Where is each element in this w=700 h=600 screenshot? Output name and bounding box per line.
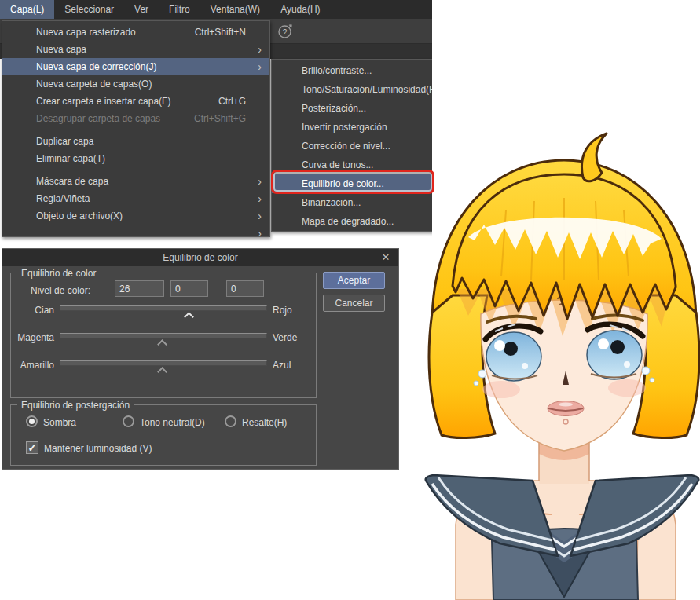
- submenu-item-brillo-contraste[interactable]: Brillo/contraste...: [272, 61, 432, 80]
- magenta-green-slider-track[interactable]: [60, 333, 267, 338]
- cancel-button[interactable]: Cancelar: [323, 295, 385, 312]
- menu-item-regla-vineta[interactable]: Regla/Viñeta ›: [2, 190, 269, 207]
- submenu-arrow-icon: ›: [258, 41, 262, 58]
- radio-tono-neutral[interactable]: [123, 415, 134, 427]
- menubar-item-ver[interactable]: Ver: [124, 0, 159, 19]
- radio-sombra[interactable]: [26, 415, 38, 427]
- slider-thumb-1[interactable]: [159, 341, 167, 349]
- submenu-arrow-icon: ›: [258, 207, 262, 225]
- tone-balance-group: Equilibrio de postergación: [10, 404, 317, 466]
- menu-separator: [7, 130, 265, 130]
- color-level-input-green[interactable]: [170, 280, 208, 297]
- help-icon[interactable]: ?: [277, 23, 294, 40]
- slider-left-label: Amarillo: [9, 360, 54, 371]
- shortcut-label: Ctrl+Shift+N: [195, 24, 246, 41]
- menubar-item-ayuda[interactable]: Ayuda(H): [270, 0, 330, 19]
- yellow-blue-slider-track[interactable]: [60, 360, 267, 366]
- slider-right-label: Rojo: [273, 305, 292, 316]
- menubar: Capa(L) Seleccionar Ver Filtro Ventana(W…: [0, 0, 432, 19]
- checkbox-label: Mantener luminosidad (V): [44, 443, 152, 454]
- radio-label-sombra: Sombra: [43, 417, 76, 428]
- cyan-red-slider-track[interactable]: [60, 305, 267, 311]
- submenu-item-tono-saturacion[interactable]: Tono/Saturación/Luminosidad(H: [272, 80, 432, 99]
- menu-item-nueva-capa[interactable]: Nueva capa ›: [2, 41, 269, 58]
- color-level-input-blue[interactable]: [226, 280, 264, 297]
- toolbar-separator: [273, 21, 273, 42]
- menubar-item-ventana[interactable]: Ventana(W): [200, 0, 270, 19]
- menubar-item-capa[interactable]: Capa(L): [0, 0, 54, 19]
- menubar-item-filtro[interactable]: Filtro: [159, 0, 200, 19]
- radio-label-resalte: Resalte(H): [242, 417, 287, 428]
- menu-item-nueva-carpeta-de-capas[interactable]: Nueva carpeta de capas(O): [2, 75, 269, 93]
- color-balance-dialog: Equilibrio de color ✕ Equilibrio de colo…: [2, 248, 399, 470]
- shortcut-label: Ctrl+G: [218, 93, 246, 110]
- menu-separator: [7, 170, 265, 170]
- dialog-title: Equilibrio de color: [2, 249, 398, 266]
- screenshot-stage: Capa(L) Seleccionar Ver Filtro Ventana(W…: [0, 0, 700, 600]
- submenu-item-posterizacion[interactable]: Posterización...: [272, 99, 432, 118]
- layer-menu-panel: Nueva capa rasterizado Ctrl+Shift+N Nuev…: [2, 20, 270, 237]
- canvas-illustration-anime-girl: [377, 126, 700, 600]
- level-label: Nivel de color:: [31, 285, 90, 296]
- menu-item-crear-carpeta-insertar-capa[interactable]: Crear carpeta e insertar capa(F) Ctrl+G: [2, 93, 269, 110]
- submenu-arrow-icon: ›: [258, 225, 262, 242]
- accept-button[interactable]: Aceptar: [323, 272, 385, 289]
- slider-thumb-2[interactable]: [159, 368, 167, 376]
- menu-item-mascara-de-capa[interactable]: Máscara de capa ›: [2, 173, 269, 190]
- slider-right-label: Azul: [273, 360, 291, 371]
- color-level-input-red[interactable]: [115, 280, 164, 297]
- shortcut-label: Ctrl+Shift+G: [194, 110, 246, 127]
- menu-item-desagrupar-carpeta: Desagrupar carpeta de capas Ctrl+Shift+G: [2, 110, 269, 127]
- menu-item-nueva-capa-rasterizado[interactable]: Nueva capa rasterizado Ctrl+Shift+N: [2, 24, 269, 41]
- slider-right-label: Verde: [273, 332, 297, 343]
- svg-text:?: ?: [283, 28, 288, 37]
- menu-item-eliminar-capa[interactable]: Eliminar capa(T): [2, 150, 269, 167]
- slider-left-label: Magenta: [9, 332, 54, 343]
- submenu-arrow-icon: ›: [258, 173, 262, 190]
- menu-item-nueva-capa-de-correccion[interactable]: Nueva capa de corrección(J) ›: [2, 58, 269, 75]
- radio-label-tono-neutral: Tono neutral(D): [140, 417, 205, 428]
- slider-thumb-0[interactable]: [185, 313, 193, 321]
- checkbox-mantener-luminosidad[interactable]: ✓: [26, 441, 38, 454]
- group-title: Equilibrio de color: [17, 267, 100, 280]
- radio-resalte[interactable]: [225, 415, 236, 427]
- submenu-arrow-icon: ›: [258, 190, 262, 207]
- app-window-region: Capa(L) Seleccionar Ver Filtro Ventana(W…: [0, 0, 432, 245]
- menu-item-duplicar-capa[interactable]: Duplicar capa: [2, 133, 269, 150]
- slider-left-label: Cian: [9, 305, 54, 316]
- menu-item-objeto-de-archivo[interactable]: Objeto de archivo(X) ›: [2, 207, 269, 225]
- submenu-arrow-icon: ›: [258, 58, 262, 75]
- menu-item-partial-clipped[interactable]: ›: [2, 225, 269, 242]
- menubar-item-seleccionar[interactable]: Seleccionar: [54, 0, 124, 19]
- group-title: Equilibrio de postergación: [17, 399, 134, 412]
